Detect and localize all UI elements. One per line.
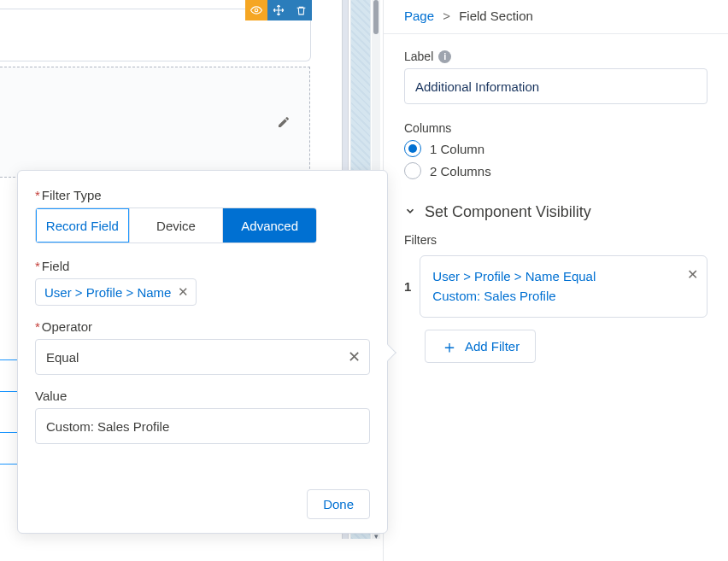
info-icon[interactable]: i [438,50,451,63]
field-label: *Field [35,259,370,273]
done-button[interactable]: Done [307,489,370,519]
label-input[interactable] [404,68,707,104]
selected-component-frame[interactable] [0,9,311,61]
breadcrumb-separator: > [443,9,450,23]
chevron-down-icon [404,205,416,219]
scrollbar-thumb[interactable] [373,0,379,34]
value-label: Value [35,389,370,403]
operator-label-text: Operator [42,319,92,334]
add-filter-label: Add Filter [465,339,520,354]
filter-editor-popover: *Filter Type Record Field Device Advance… [17,170,388,534]
columns-option-2[interactable]: 2 Columns [404,162,707,179]
operator-value: Equal [46,350,79,365]
required-star: * [35,259,40,273]
value-input[interactable]: Custom: Sales Profile [35,408,370,444]
move-icon[interactable] [267,0,290,20]
segment-record-field[interactable]: Record Field [36,208,130,243]
plus-icon: ＋ [441,341,458,353]
properties-panel: Page > Field Section Label i Columns 1 C… [383,0,728,561]
clear-operator-icon[interactable]: ✕ [348,348,361,366]
required-star: * [35,319,40,334]
value-text: Custom: Sales Profile [46,419,169,434]
visibility-heading-text: Set Component Visibility [425,203,591,221]
columns-caption: Columns [404,121,707,135]
filter-card[interactable]: User > Profile > Name Equal Custom: Sale… [420,255,707,318]
columns-caption-text: Columns [404,121,451,135]
required-star: * [35,188,40,202]
radio-2-columns[interactable] [404,162,421,179]
field-pill[interactable]: User > Profile > Name ✕ [35,278,197,306]
operator-label: *Operator [35,319,370,334]
filter-row: 1 User > Profile > Name Equal Custom: Sa… [404,255,707,318]
filter-type-text: Filter Type [42,188,102,202]
delete-icon[interactable] [290,0,312,20]
filter-type-segments: Record Field Device Advanced [35,207,317,243]
operator-select[interactable]: Equal ✕ [35,339,370,375]
clear-field-icon[interactable]: ✕ [178,284,189,300]
label-field-caption: Label i [404,50,707,63]
field-label-text: Field [42,259,70,273]
filters-caption: Filters [404,233,707,247]
add-filter-button[interactable]: ＋ Add Filter [425,330,536,363]
radio-2-label: 2 Columns [430,164,491,178]
svg-point-0 [255,9,258,12]
visibility-icon[interactable] [245,0,267,20]
segment-advanced[interactable]: Advanced [223,208,316,243]
label-caption-text: Label [404,50,433,63]
filter-line2: Custom: Sales Profile [432,287,678,307]
filter-index: 1 [404,279,411,294]
edit-icon[interactable] [277,115,291,132]
breadcrumb-parent[interactable]: Page [404,9,434,23]
drop-zone[interactable] [0,67,310,178]
filter-type-label: *Filter Type [35,188,370,202]
remove-filter-icon[interactable]: ✕ [687,265,698,285]
field-pill-text: User > Profile > Name [44,285,171,300]
radio-1-label: 1 Column [430,142,484,156]
visibility-section-heading[interactable]: Set Component Visibility [404,203,707,221]
columns-option-1[interactable]: 1 Column [404,140,707,157]
filter-line1: User > Profile > Name Equal [432,267,678,287]
breadcrumb: Page > Field Section [384,9,728,34]
component-toolbar [245,0,312,20]
segment-device[interactable]: Device [130,208,224,243]
radio-1-column[interactable] [404,140,421,157]
breadcrumb-current: Field Section [459,9,533,23]
